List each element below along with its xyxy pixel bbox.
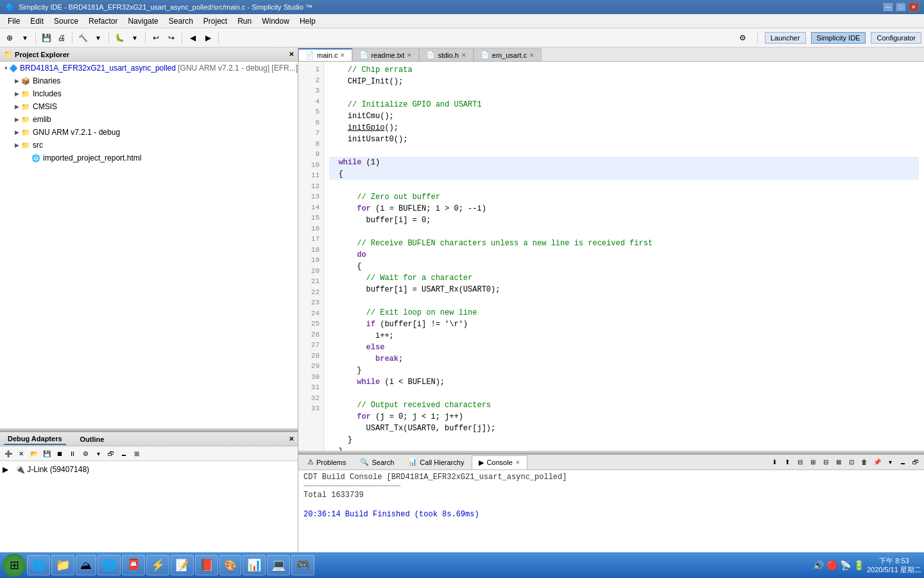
tray-icon-2[interactable]: 🔴 xyxy=(826,560,837,570)
menu-edit[interactable]: Edit xyxy=(25,15,49,27)
readme-close[interactable]: ✕ xyxy=(407,52,412,58)
debug-stop2-btn[interactable]: ⏸ xyxy=(67,448,78,459)
taskbar-app-12[interactable]: 🎮 xyxy=(291,555,314,575)
console-maximize[interactable]: 🗗 xyxy=(910,457,921,468)
tab-outline[interactable]: Outline xyxy=(76,434,108,444)
tab-debug-adapters[interactable]: Debug Adapters xyxy=(4,434,66,445)
tree-report[interactable]: 🌐 imported_project_report.html xyxy=(0,152,298,164)
console-btn3[interactable]: ⊟ xyxy=(794,457,806,468)
console-pin[interactable]: 📌 xyxy=(871,457,883,468)
tab-search[interactable]: 🔍 Search xyxy=(354,455,400,469)
gnu-arm-arrow[interactable]: ▶ xyxy=(13,129,21,136)
project-expand-arrow[interactable]: ▾ xyxy=(4,65,9,71)
save-button[interactable]: 💾 xyxy=(39,31,53,45)
menu-navigate[interactable]: Navigate xyxy=(123,15,163,27)
close-button[interactable]: ✕ xyxy=(909,3,919,12)
taskbar-app-6[interactable]: ⚡ xyxy=(146,555,169,575)
launcher-perspective[interactable]: Launcher xyxy=(765,32,806,44)
em-usart-close[interactable]: ✕ xyxy=(529,52,535,58)
debug-remove-btn[interactable]: ✕ xyxy=(15,448,27,459)
console-btn6[interactable]: ⊠ xyxy=(833,457,844,468)
debug-stop-btn[interactable]: ⏹ xyxy=(54,448,65,459)
tree-binaries[interactable]: ▶ 📦 Binaries xyxy=(0,74,298,87)
simplicity-ide-perspective[interactable]: Simplicity IDE xyxy=(811,32,866,44)
build-arrow[interactable]: ▾ xyxy=(91,31,105,45)
console-scroll-down[interactable]: ⬇ xyxy=(769,457,780,468)
start-button[interactable]: ⊞ xyxy=(3,554,26,577)
maximize-button[interactable]: □ xyxy=(896,3,906,12)
taskbar-app-4[interactable]: 🌐 xyxy=(98,555,121,575)
debug-adapter-item[interactable]: ▶ 🔌 J-Link (59407148) xyxy=(3,464,295,475)
tree-includes[interactable]: ▶ 📁 Includes xyxy=(0,87,298,100)
taskbar-app-explorer[interactable]: 📁 xyxy=(51,555,74,575)
code-text[interactable]: // Chip errata CHIP_Init(); // Initializ… xyxy=(324,62,924,451)
console-btn7[interactable]: ⊡ xyxy=(846,457,857,468)
redo-button[interactable]: ↪ xyxy=(164,31,178,45)
back-button[interactable]: ◀ xyxy=(185,31,200,45)
menu-refactor[interactable]: Refactor xyxy=(83,15,123,27)
build-button[interactable]: 🔨 xyxy=(76,31,90,45)
taskbar-app-7[interactable]: 📝 xyxy=(171,555,194,575)
console-menu[interactable]: ▾ xyxy=(884,457,896,468)
cmsis-arrow[interactable]: ▶ xyxy=(13,103,21,110)
forward-button[interactable]: ▶ xyxy=(201,31,215,45)
minimize-button[interactable]: — xyxy=(883,3,893,12)
tab-readme[interactable]: 📄 readme.txt ✕ xyxy=(352,48,419,61)
console-minimize[interactable]: 🗕 xyxy=(897,457,909,468)
menu-run[interactable]: Run xyxy=(232,15,257,27)
binaries-arrow[interactable]: ▶ xyxy=(13,78,21,84)
toolbar-btn-2[interactable]: ▾ xyxy=(18,31,32,45)
tree-emlib[interactable]: ▶ 📁 emlib xyxy=(0,113,298,126)
bottom-left-close[interactable]: ✕ xyxy=(289,435,294,442)
taskbar-app-3[interactable]: ⛰ xyxy=(76,555,96,575)
debug-menu-btn[interactable]: ▾ xyxy=(92,448,104,459)
undo-button[interactable]: ↩ xyxy=(149,31,163,45)
settings-btn[interactable]: ⚙ xyxy=(736,31,750,45)
taskbar-app-11[interactable]: 💻 xyxy=(267,555,290,575)
console-btn5[interactable]: ⊟ xyxy=(820,457,832,468)
tab-call-hierarchy[interactable]: 📊 Call Hierarchy xyxy=(402,455,470,469)
debug-add-btn[interactable]: ➕ xyxy=(3,448,14,459)
debug-folder-btn[interactable]: 📂 xyxy=(28,448,40,459)
console-close[interactable]: ✕ xyxy=(515,459,520,466)
configurator-perspective[interactable]: Configurator xyxy=(871,32,921,44)
taskbar-app-5[interactable]: 📮 xyxy=(122,555,145,575)
print-button[interactable]: 🖨 xyxy=(55,31,69,45)
console-btn4[interactable]: ⊞ xyxy=(807,457,819,468)
debug-save-btn[interactable]: 💾 xyxy=(41,448,53,459)
tree-project-root[interactable]: ▾ 🔷 BRD4181A_EFR32xG21_usart_async_polle… xyxy=(0,62,298,74)
menu-help[interactable]: Help xyxy=(295,15,321,27)
stdio-close[interactable]: ✕ xyxy=(461,52,466,58)
system-clock[interactable]: 下午 8:53 2020/5/11 星期二 xyxy=(867,556,921,575)
main-c-close[interactable]: ✕ xyxy=(340,52,345,58)
src-arrow[interactable]: ▶ xyxy=(13,142,21,148)
tab-problems[interactable]: ⚠ Problems xyxy=(301,455,352,469)
console-scroll-up[interactable]: ⬆ xyxy=(782,457,793,468)
debug-collapse-btn[interactable]: 🗕 xyxy=(118,448,130,459)
taskbar-app-9[interactable]: 🎨 xyxy=(219,555,241,575)
taskbar-app-10[interactable]: 📊 xyxy=(243,555,266,575)
debug-arrow[interactable]: ▾ xyxy=(128,31,142,45)
tray-icon-3[interactable]: 📡 xyxy=(840,560,851,570)
menu-file[interactable]: File xyxy=(3,15,25,27)
tab-console[interactable]: ▶ Console ✕ xyxy=(472,455,527,469)
tray-icon-4[interactable]: 🔋 xyxy=(853,560,864,570)
debug-settings-btn[interactable]: ⚙ xyxy=(80,448,91,459)
taskbar-app-ie[interactable]: 🌐 xyxy=(27,555,50,575)
console-clear[interactable]: 🗑 xyxy=(859,457,870,468)
tree-gnu-arm[interactable]: ▶ 📁 GNU ARM v7.2.1 - debug xyxy=(0,126,298,139)
tray-icon-1[interactable]: 🔊 xyxy=(813,560,824,570)
menu-window[interactable]: Window xyxy=(257,15,295,27)
menu-source[interactable]: Source xyxy=(49,15,83,27)
tab-em-usart[interactable]: 📄 em_usart.c ✕ xyxy=(474,48,542,61)
code-editor[interactable]: 12345 678910 1112131415 1617181920 21222… xyxy=(298,62,924,451)
includes-arrow[interactable]: ▶ xyxy=(13,91,21,97)
taskbar-app-8[interactable]: 📕 xyxy=(195,555,218,575)
emlib-arrow[interactable]: ▶ xyxy=(13,116,21,123)
tree-cmsis[interactable]: ▶ 📁 CMSIS xyxy=(0,100,298,113)
tree-src[interactable]: ▶ 📁 src xyxy=(0,139,298,152)
menu-search[interactable]: Search xyxy=(164,15,198,27)
tab-stdio[interactable]: 📄 stdio.h ✕ xyxy=(419,48,473,61)
project-explorer-close[interactable]: ✕ xyxy=(289,51,294,58)
debug-button[interactable]: 🐛 xyxy=(112,31,126,45)
